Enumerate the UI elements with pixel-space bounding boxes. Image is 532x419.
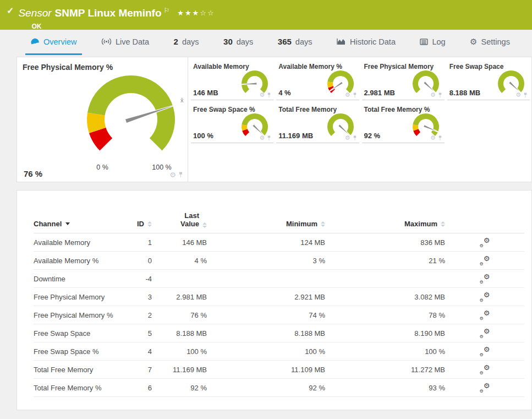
log-list-icon bbox=[420, 39, 428, 45]
table-header-row: Channel ID Last Value Minimum Maximum bbox=[34, 209, 524, 233]
sort-desc-icon bbox=[65, 222, 70, 225]
tab-bar: Overview Live Data 2 days 30 days 365 da… bbox=[0, 30, 532, 55]
edit-channel-gears-icon[interactable]: ⚙⚙ bbox=[480, 329, 490, 338]
channel-name-link[interactable]: Available Memory % bbox=[34, 257, 122, 265]
edit-channel-gears-icon[interactable]: ⚙⚙ bbox=[480, 292, 490, 302]
pin-icon[interactable] bbox=[267, 92, 271, 98]
channel-name-link[interactable]: Available Memory bbox=[34, 238, 122, 247]
gauge-cell-total-free-memory-pct: Total Free Memory % 92 % ⚙ bbox=[362, 104, 445, 143]
small-gauges-grid: Available Memory 146 MB ⚙ Available Memo… bbox=[188, 57, 531, 182]
tab-log[interactable]: Log bbox=[414, 30, 451, 55]
gauge-settings-gear-icon[interactable]: ⚙ bbox=[345, 92, 350, 98]
tab-30-days[interactable]: 30 days bbox=[218, 30, 259, 55]
pin-icon[interactable] bbox=[267, 135, 271, 141]
tab-historic-data[interactable]: Historic Data bbox=[331, 30, 401, 55]
pin-icon[interactable] bbox=[353, 135, 357, 141]
table-row: Total Free Memory % 6 92 % 92 % 93 % ⚙⚙ bbox=[34, 379, 524, 397]
flag-icon[interactable]: ⚐ bbox=[164, 7, 170, 14]
tab-live-data[interactable]: Live Data bbox=[96, 30, 155, 55]
edit-channel-gears-icon[interactable]: ⚙⚙ bbox=[480, 311, 490, 320]
gear-icon: ⚙ bbox=[470, 37, 477, 46]
channel-name-link[interactable]: Free Physical Memory bbox=[34, 293, 122, 301]
channel-name-link[interactable]: Total Free Memory bbox=[34, 366, 122, 374]
gauge-settings-gear-icon[interactable]: ⚙ bbox=[430, 135, 436, 141]
gauge-settings-gear-icon[interactable]: ⚙ bbox=[345, 135, 350, 141]
sort-icon bbox=[202, 222, 207, 228]
pin-icon[interactable] bbox=[438, 135, 442, 141]
gauge-settings-gear-icon[interactable]: ⚙ bbox=[259, 92, 265, 98]
gauge-cell-available-memory: Available Memory 146 MB ⚙ bbox=[191, 61, 273, 100]
gauge-settings-gear-icon[interactable]: ⚙ bbox=[259, 135, 265, 141]
column-header-id[interactable]: ID bbox=[122, 220, 152, 228]
channel-name-link[interactable]: Total Free Memory % bbox=[34, 384, 122, 392]
gauge-settings-gear-icon[interactable]: ⚙ bbox=[515, 92, 521, 98]
tab-2-days[interactable]: 2 days bbox=[168, 30, 205, 55]
table-row: Free Swap Space % 4 100 % 100 % 100 % ⚙⚙ bbox=[34, 342, 524, 361]
average-marker: x̄ bbox=[180, 97, 184, 104]
gauge-settings-gear-icon[interactable]: ⚙ bbox=[169, 171, 176, 178]
page-title: SNMP Linux Meminfo bbox=[55, 7, 162, 19]
tab-overview[interactable]: Overview bbox=[25, 30, 82, 55]
channel-name-link[interactable]: Free Physical Memory % bbox=[34, 311, 122, 319]
table-row: Downtime -4 ⚙⚙ bbox=[34, 270, 524, 288]
main-gauge-card: Free Physical Memory % x̄ 0 % 100 % 76 %… bbox=[17, 57, 188, 182]
column-header-minimum[interactable]: Minimum bbox=[207, 220, 325, 228]
main-gauge-value: 76 % bbox=[24, 169, 42, 178]
gauge-settings-gear-icon[interactable]: ⚙ bbox=[430, 92, 436, 98]
pin-icon[interactable] bbox=[523, 92, 528, 98]
pin-icon[interactable] bbox=[438, 92, 442, 98]
broadcast-icon bbox=[101, 38, 112, 45]
edit-channel-gears-icon[interactable]: ⚙⚙ bbox=[480, 383, 490, 393]
edit-channel-gears-icon[interactable]: ⚙⚙ bbox=[480, 238, 490, 247]
pin-icon[interactable] bbox=[353, 92, 357, 98]
object-kind-label: Sensor bbox=[18, 7, 51, 19]
edit-channel-gears-icon[interactable]: ⚙⚙ bbox=[480, 365, 490, 374]
gauge-cell-total-free-memory: Total Free Memory 11.169 MB ⚙ bbox=[276, 104, 359, 143]
table-row: Available Memory % 0 4 % 3 % 21 % ⚙⚙ bbox=[34, 252, 524, 270]
sensor-header: ✓ SensorSNMP Linux Meminfo⚐★★★☆☆ OK bbox=[0, 0, 532, 30]
channel-name-link[interactable]: Free Swap Space % bbox=[34, 347, 122, 356]
table-row: Free Physical Memory 3 2.981 MB 2.921 MB… bbox=[34, 288, 524, 306]
gauge-cell-free-swap-space-pct: Free Swap Space % 100 % ⚙ bbox=[191, 104, 273, 143]
edit-channel-gears-icon[interactable]: ⚙⚙ bbox=[480, 347, 490, 356]
channel-name-link[interactable]: Free Swap Space bbox=[34, 329, 122, 338]
column-header-maximum[interactable]: Maximum bbox=[325, 220, 445, 228]
gauge-cell-free-swap-space: Free Swap Space 8.188 MB ⚙ bbox=[447, 61, 530, 100]
gauge-min-label: 0 % bbox=[90, 164, 115, 171]
gauges-panel: Free Physical Memory % x̄ 0 % 100 % 76 %… bbox=[17, 57, 532, 182]
sensor-title-line: SensorSNMP Linux Meminfo⚐★★★☆☆ bbox=[18, 4, 215, 20]
edit-channel-gears-icon[interactable]: ⚙⚙ bbox=[480, 256, 490, 265]
gauge-cell-available-memory-pct: Available Memory % 4 % ⚙ bbox=[276, 61, 359, 100]
sort-icon bbox=[441, 221, 445, 227]
edit-channel-gears-icon[interactable]: ⚙⚙ bbox=[480, 274, 490, 284]
tab-365-days[interactable]: 365 days bbox=[272, 30, 318, 55]
channel-table-panel: Channel ID Last Value Minimum Maximum Av… bbox=[17, 190, 532, 410]
main-gauge bbox=[17, 57, 188, 173]
gauge-icon bbox=[31, 38, 40, 45]
column-header-last-value[interactable]: Last Value bbox=[152, 211, 207, 228]
sort-icon bbox=[147, 221, 152, 227]
status-check-icon: ✓ bbox=[7, 6, 14, 16]
channel-name-link[interactable]: Downtime bbox=[34, 275, 122, 283]
pin-icon[interactable] bbox=[178, 172, 183, 178]
table-row: Free Swap Space 5 8.188 MB 8.188 MB 8.19… bbox=[34, 324, 524, 342]
area-chart-icon bbox=[337, 38, 346, 45]
gauge-cell-free-physical-memory: Free Physical Memory 2.981 MB ⚙ bbox=[362, 61, 445, 100]
sort-icon bbox=[321, 221, 325, 227]
table-row: Total Free Memory 7 11.169 MB 11.109 MB … bbox=[34, 361, 524, 379]
priority-stars[interactable]: ★★★☆☆ bbox=[177, 9, 215, 17]
gauge-max-label: 100 % bbox=[149, 164, 174, 171]
table-row: Available Memory 1 146 MB 124 MB 836 MB … bbox=[34, 233, 524, 252]
column-header-channel[interactable]: Channel bbox=[34, 220, 122, 228]
table-row: Free Physical Memory % 2 76 % 74 % 78 % … bbox=[34, 306, 524, 324]
tab-settings[interactable]: ⚙ Settings bbox=[464, 30, 515, 55]
